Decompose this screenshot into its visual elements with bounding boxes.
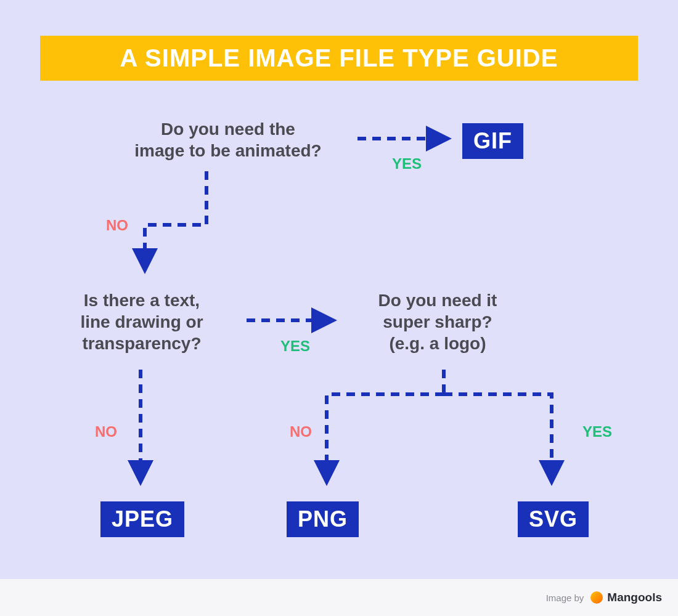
- q1-line1: Do you need the: [161, 120, 295, 139]
- q2-line1: Is there a text,: [84, 291, 200, 310]
- page-title: A SIMPLE IMAGE FILE TYPE GUIDE: [40, 36, 638, 81]
- footer: Image by Mangools: [0, 579, 678, 616]
- label-no-1: NO: [106, 217, 128, 234]
- label-no-3: NO: [290, 423, 312, 440]
- question-animated: Do you need the image to be animated?: [120, 118, 336, 161]
- q3-line1: Do you need it: [378, 291, 497, 310]
- label-no-2: NO: [95, 423, 117, 440]
- label-yes-1: YES: [392, 155, 422, 172]
- q3-line3: (e.g. a logo): [389, 334, 486, 353]
- footer-brand: Mangools: [607, 591, 662, 604]
- label-yes-2: YES: [280, 338, 310, 355]
- footer-logo: Mangools: [590, 591, 662, 604]
- result-jpeg: JPEG: [100, 501, 184, 537]
- q2-line2: line drawing or: [80, 312, 203, 331]
- q3-line2: super sharp?: [383, 312, 492, 331]
- result-svg: SVG: [518, 501, 589, 537]
- q2-line3: transparency?: [83, 334, 202, 353]
- footer-credit: Image by: [546, 593, 584, 603]
- question-text-transparency: Is there a text, line drawing or transpa…: [55, 290, 228, 354]
- question-sharp: Do you need it super sharp? (e.g. a logo…: [351, 290, 524, 354]
- label-yes-3: YES: [582, 423, 612, 440]
- result-png: PNG: [287, 501, 359, 537]
- svg-point-4: [590, 591, 603, 604]
- flowchart-canvas: A SIMPLE IMAGE FILE TYPE GUIDE Do you ne…: [0, 0, 678, 579]
- result-gif: GIF: [462, 123, 523, 159]
- q1-line2: image to be animated?: [134, 141, 321, 160]
- mangools-icon: [590, 591, 603, 604]
